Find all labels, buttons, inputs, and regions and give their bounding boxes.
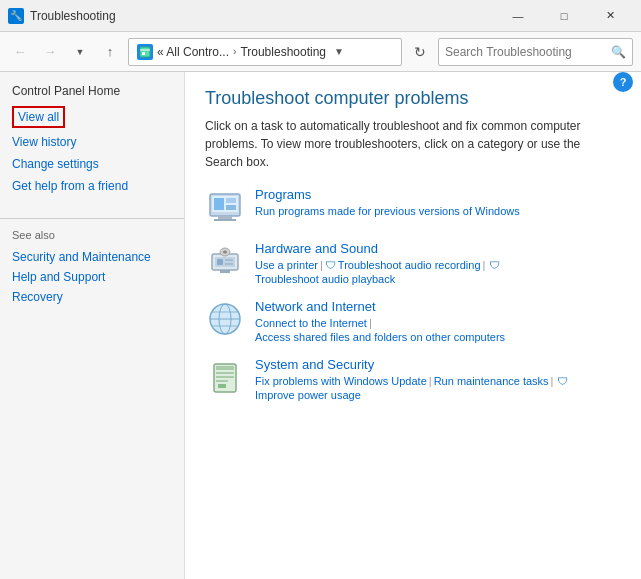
- sep2: |: [483, 259, 486, 271]
- svg-rect-28: [218, 384, 226, 388]
- svg-rect-13: [225, 259, 233, 261]
- main-layout: Control Panel Home View all View history…: [0, 72, 641, 579]
- address-chevron: ›: [233, 46, 236, 57]
- maximize-button[interactable]: □: [541, 0, 587, 32]
- svg-rect-26: [216, 376, 234, 378]
- sidebar-item-change-settings[interactable]: Change settings: [12, 154, 172, 174]
- network-icon: [205, 299, 245, 339]
- address-path-current: Troubleshooting: [240, 45, 326, 59]
- maintenance-link[interactable]: Run maintenance tasks: [434, 375, 549, 387]
- svg-rect-27: [216, 380, 228, 382]
- hardware-content: Hardware and Sound Use a printer | 🛡 Tro…: [255, 241, 621, 285]
- hardware-links: Use a printer | 🛡 Troubleshoot audio rec…: [255, 259, 621, 285]
- svg-rect-14: [225, 263, 233, 265]
- close-button[interactable]: ✕: [587, 0, 633, 32]
- system-title[interactable]: System and Security: [255, 357, 621, 372]
- see-also-label: See also: [12, 229, 172, 241]
- sidebar-item-get-help[interactable]: Get help from a friend: [12, 176, 172, 196]
- svg-rect-2: [142, 52, 145, 55]
- up-button[interactable]: ↑: [98, 40, 122, 64]
- category-programs: Programs Run programs made for previous …: [205, 187, 621, 227]
- down-arrow-button[interactable]: ▼: [68, 40, 92, 64]
- sep4: |: [429, 375, 432, 387]
- search-box[interactable]: 🔍: [438, 38, 633, 66]
- svg-rect-8: [218, 216, 232, 219]
- content-area: Troubleshoot computer problems Click on …: [185, 72, 641, 579]
- forward-button[interactable]: →: [38, 40, 62, 64]
- connect-net-link[interactable]: Connect to the Internet: [255, 317, 367, 329]
- sidebar-item-help-support[interactable]: Help and Support: [12, 267, 172, 287]
- back-button[interactable]: ←: [8, 40, 32, 64]
- audio-play-link[interactable]: Troubleshoot audio playback: [255, 273, 395, 285]
- minimize-button[interactable]: —: [495, 0, 541, 32]
- sidebar-title: Control Panel Home: [12, 84, 172, 98]
- category-network: Network and Internet Connect to the Inte…: [205, 299, 621, 343]
- window-controls: — □ ✕: [495, 0, 633, 32]
- address-path-prefix: « All Contro...: [157, 45, 229, 59]
- programs-content: Programs Run programs made for previous …: [255, 187, 621, 217]
- address-icon: [137, 44, 153, 60]
- window-icon: 🔧: [8, 8, 24, 24]
- svg-rect-12: [217, 259, 223, 265]
- svg-rect-6: [226, 198, 236, 203]
- svg-rect-24: [216, 366, 234, 370]
- sidebar-item-recovery[interactable]: Recovery: [12, 287, 172, 307]
- programs-icon: [205, 187, 245, 227]
- category-system: System and Security Fix problems with Wi…: [205, 357, 621, 401]
- audio-rec-link[interactable]: Troubleshoot audio recording: [338, 259, 481, 271]
- shield-icon-2: 🛡: [489, 259, 500, 271]
- sidebar-see-also-section: See also Security and Maintenance Help a…: [0, 229, 184, 319]
- shared-files-link[interactable]: Access shared files and folders on other…: [255, 331, 505, 343]
- sep1: |: [320, 259, 323, 271]
- help-button[interactable]: ?: [613, 72, 633, 92]
- hardware-icon: [205, 241, 245, 281]
- svg-point-17: [223, 251, 227, 254]
- svg-rect-7: [226, 205, 236, 210]
- system-links: Fix problems with Windows Update | Run m…: [255, 375, 621, 401]
- sidebar-item-security[interactable]: Security and Maintenance: [12, 247, 172, 267]
- content-title: Troubleshoot computer problems: [205, 88, 621, 109]
- power-link[interactable]: Improve power usage: [255, 389, 361, 401]
- address-dropdown-icon: ▼: [334, 46, 344, 57]
- category-hardware: Hardware and Sound Use a printer | 🛡 Tro…: [205, 241, 621, 285]
- programs-title[interactable]: Programs: [255, 187, 621, 202]
- address-bar: ← → ▼ ↑ « All Contro... › Troubleshootin…: [0, 32, 641, 72]
- address-input-box[interactable]: « All Contro... › Troubleshooting ▼: [128, 38, 402, 66]
- win-update-link[interactable]: Fix problems with Windows Update: [255, 375, 427, 387]
- system-content: System and Security Fix problems with Wi…: [255, 357, 621, 401]
- printer-link[interactable]: Use a printer: [255, 259, 318, 271]
- network-content: Network and Internet Connect to the Inte…: [255, 299, 621, 343]
- svg-rect-25: [216, 372, 234, 374]
- search-icon: 🔍: [611, 45, 626, 59]
- title-bar: 🔧 Troubleshooting — □ ✕: [0, 0, 641, 32]
- sidebar-nav-section: Control Panel Home View all View history…: [0, 84, 184, 208]
- hardware-title[interactable]: Hardware and Sound: [255, 241, 621, 256]
- svg-rect-9: [214, 219, 236, 221]
- sidebar-item-view-all[interactable]: View all: [12, 106, 65, 128]
- sidebar-item-view-history[interactable]: View history: [12, 132, 172, 152]
- system-icon: [205, 357, 245, 397]
- search-input[interactable]: [445, 45, 611, 59]
- network-links: Connect to the Internet | Access shared …: [255, 317, 621, 343]
- svg-rect-5: [214, 198, 224, 210]
- content-description: Click on a task to automatically trouble…: [205, 117, 621, 171]
- sep3: |: [369, 317, 372, 329]
- shield-icon-3: 🛡: [557, 375, 568, 387]
- programs-links: Run programs made for previous versions …: [255, 205, 621, 217]
- refresh-button[interactable]: ↻: [408, 40, 432, 64]
- run-programs-link[interactable]: Run programs made for previous versions …: [255, 205, 520, 217]
- shield-icon-1: 🛡: [325, 259, 336, 271]
- sep5: |: [551, 375, 554, 387]
- sidebar: Control Panel Home View all View history…: [0, 72, 185, 579]
- network-title[interactable]: Network and Internet: [255, 299, 621, 314]
- svg-rect-15: [220, 270, 230, 273]
- window-title: Troubleshooting: [30, 9, 495, 23]
- sidebar-divider: [0, 218, 184, 219]
